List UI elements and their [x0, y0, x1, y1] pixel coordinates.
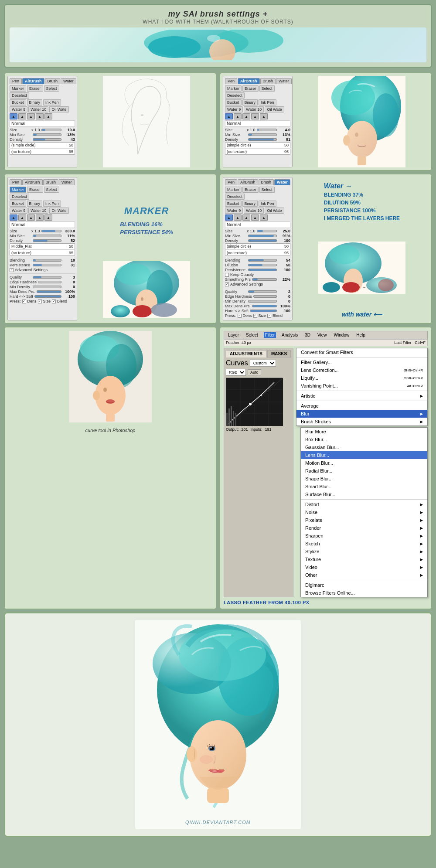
tool-deselect-2[interactable]: Deselect — [225, 92, 245, 99]
tab-water-1[interactable]: Water — [61, 78, 76, 84]
shape-dropdown-1[interactable]: (simple circle) 50 — [10, 142, 75, 148]
texture-dropdown-2[interactable]: (no texture) 95 — [225, 149, 290, 155]
texture-dropdown-3[interactable]: (no texture) 95 — [10, 250, 75, 256]
tool-binary-4[interactable]: Binary — [242, 201, 258, 207]
brush-icon-3a[interactable]: ▲ — [10, 214, 17, 221]
filter-liquify[interactable]: Liquify... Shift+Ctrl+X — [296, 374, 427, 382]
tab-water-2[interactable]: Water — [276, 78, 292, 84]
brush-icon-4e[interactable]: ▲ — [260, 214, 268, 221]
blur-sketch[interactable]: Sketch▶ — [301, 540, 427, 548]
blur-gaussian[interactable]: Gaussian Blur... — [301, 443, 427, 451]
blur-video[interactable]: Video▶ — [301, 563, 427, 571]
brush-icon-4c[interactable]: ▲ — [242, 214, 250, 221]
tool-eraser-1[interactable]: Eraser — [27, 85, 43, 92]
maxdens-slider-3[interactable] — [37, 290, 61, 293]
tool-bucket-2[interactable]: Bucket — [225, 99, 242, 106]
tab-pen-2[interactable]: Pen — [225, 78, 237, 84]
tool-inkpen-1[interactable]: Ink Pen — [43, 99, 61, 106]
tool-deselect-3[interactable]: Deselect — [10, 194, 29, 200]
tool-water-3[interactable]: Water 9 — [10, 208, 27, 214]
brush-icon-1a[interactable]: ▲ — [10, 113, 17, 119]
blur-texture[interactable]: Texture▶ — [301, 555, 427, 563]
press-dens-check-4[interactable] — [238, 314, 242, 318]
blur-lens[interactable]: Lens Blur... — [301, 451, 427, 459]
tool-oilwater-4[interactable]: Oil Wate — [265, 208, 284, 214]
edgehardness-slider-3[interactable] — [38, 281, 61, 283]
tab-brush-3[interactable]: Brush — [43, 179, 59, 185]
menu-help[interactable]: Help — [355, 332, 367, 338]
blending-slider-4[interactable] — [248, 259, 277, 262]
press-dens-check-3[interactable] — [22, 300, 26, 303]
tool-select-1[interactable]: Select — [44, 85, 59, 92]
tool-water-1[interactable]: Water 9 — [10, 106, 27, 112]
tool-oilwater-1[interactable]: Oil Wate — [49, 106, 68, 112]
shape-dropdown-4[interactable]: (simple circle) 50 — [225, 243, 290, 249]
tab-pen-4[interactable]: Pen — [225, 179, 237, 185]
tool-oilwater-3[interactable]: Oil Wate — [49, 208, 68, 214]
auto-button[interactable]: Auto — [248, 369, 261, 375]
texture-dropdown-4[interactable]: (no texture) 95 — [225, 250, 290, 256]
smoothing-slider-4[interactable] — [252, 278, 277, 281]
blur-blur-more[interactable]: Blur More — [301, 428, 427, 436]
normal-dropdown-2[interactable]: Normal — [225, 120, 290, 127]
adj-tab-masks[interactable]: MASKS — [267, 350, 291, 357]
tab-airbrush-2[interactable]: AirBrush — [238, 78, 260, 84]
blur-smart[interactable]: Smart Blur... — [301, 483, 427, 490]
advanced-checkbox-3[interactable] — [10, 268, 14, 272]
filter-blur[interactable]: Blur ▶ — [296, 410, 427, 418]
tool-water2-2[interactable]: Water 10 — [244, 106, 264, 112]
brush-icon-3c[interactable]: ▲ — [27, 214, 35, 221]
tab-brush-4[interactable]: Brush — [259, 179, 274, 185]
press-size-check-4[interactable] — [253, 314, 257, 318]
press-blend-check-3[interactable] — [52, 300, 56, 303]
density-slider-3[interactable] — [33, 239, 61, 242]
blur-box[interactable]: Box Blur... — [301, 436, 427, 443]
density-slider-4[interactable] — [248, 239, 277, 242]
tool-marker-1[interactable]: Marker — [10, 85, 26, 92]
filter-lens-correction[interactable]: Lens Correction... Shift+Ctrl+R — [296, 366, 427, 374]
curves-preset-select[interactable]: Custom — [250, 360, 276, 367]
blur-distort[interactable]: Distort▶ — [301, 500, 427, 508]
tab-water-3[interactable]: Water — [59, 179, 75, 185]
ps-curves-graph[interactable] — [226, 378, 283, 425]
brush-icon-1b[interactable]: ▲ — [18, 113, 26, 119]
tool-select-2[interactable]: Select — [259, 85, 275, 92]
tool-water-2[interactable]: Water 9 — [225, 106, 243, 112]
brush-icon-3b[interactable]: ▲ — [18, 214, 26, 221]
brush-icon-2b[interactable]: ▲ — [234, 113, 242, 119]
brush-icon-1d[interactable]: ▲ — [36, 113, 44, 119]
brush-icon-2d[interactable]: ▲ — [251, 113, 259, 119]
mindensity-slider-4[interactable] — [248, 300, 277, 303]
shape-dropdown-3[interactable]: Middle_Flat 50 — [10, 243, 75, 249]
blur-other[interactable]: Other▶ — [301, 571, 427, 579]
minsize-slider-1[interactable] — [33, 133, 61, 136]
size-slider-1[interactable] — [41, 129, 61, 131]
tab-airbrush-4[interactable]: AirBrush — [238, 179, 258, 185]
tool-water2-4[interactable]: Water 10 — [244, 208, 264, 214]
tool-oilwater-2[interactable]: Oil Wate — [265, 106, 284, 112]
brush-icon-1c[interactable]: ▲ — [27, 113, 35, 119]
tab-brush-2[interactable]: Brush — [260, 78, 276, 84]
shape-dropdown-2[interactable]: (simple circle) 50 — [225, 142, 290, 148]
tool-water-4[interactable]: Water 9 — [225, 208, 243, 214]
normal-dropdown-3[interactable]: Normal — [10, 221, 75, 228]
tool-deselect-4[interactable]: Deselect — [225, 194, 245, 200]
filter-gallery[interactable]: Filter Gallery... — [296, 358, 427, 366]
tool-bucket-3[interactable]: Bucket — [10, 201, 26, 207]
hardsoft-slider-4[interactable] — [250, 310, 277, 312]
tab-airbrush-3[interactable]: AirBrush — [22, 179, 43, 185]
tool-inkpen-4[interactable]: Ink Pen — [259, 201, 276, 207]
tool-eraser-3[interactable]: Eraser — [27, 187, 43, 193]
press-size-check-3[interactable] — [38, 300, 42, 303]
blur-stylize[interactable]: Stylize▶ — [301, 548, 427, 555]
brush-icon-2e[interactable]: ▲ — [260, 113, 268, 119]
tool-bucket-4[interactable]: Bucket — [225, 201, 242, 207]
blur-surface[interactable]: Surface Blur... — [301, 490, 427, 498]
blur-render[interactable]: Render▶ — [301, 524, 427, 532]
size-slider-3[interactable] — [41, 230, 61, 232]
tool-bucket-1[interactable]: Bucket — [10, 99, 26, 106]
tool-eraser-2[interactable]: Eraser — [242, 85, 259, 92]
size-slider-2[interactable] — [257, 129, 277, 131]
adj-tab-adjustments[interactable]: ADJUSTMENTS — [226, 350, 266, 357]
edgehardness-slider-4[interactable] — [253, 295, 277, 298]
